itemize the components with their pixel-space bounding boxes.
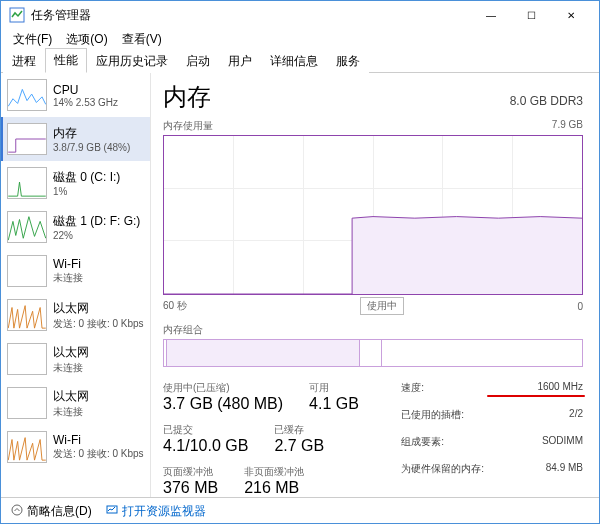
sidebar-item-5[interactable]: 以太网发送: 0 接收: 0 Kbps [1, 293, 150, 337]
window-title: 任务管理器 [31, 7, 471, 24]
sidebar-item-2[interactable]: 磁盘 0 (C: I:)1% [1, 161, 150, 205]
sparkline-icon [7, 79, 47, 111]
sidebar-item-1[interactable]: 内存3.8/7.9 GB (48%) [1, 117, 150, 161]
stat-key: 组成要素: [401, 435, 444, 449]
sidebar-item-sub: 发送: 0 接收: 0 Kbps [53, 447, 144, 461]
sidebar-item-name: 以太网 [53, 388, 89, 405]
sidebar-item-sub: 未连接 [53, 405, 89, 419]
memory-spec: 8.0 GB DDR3 [510, 94, 583, 108]
footer: 简略信息(D) 打开资源监视器 [1, 497, 599, 524]
sidebar-item-8[interactable]: Wi-Fi发送: 0 接收: 0 Kbps [1, 425, 150, 469]
page-title: 内存 [163, 81, 211, 113]
content: CPU14% 2.53 GHz内存3.8/7.9 GB (48%)磁盘 0 (C… [1, 73, 599, 497]
sidebar-item-sub: 未连接 [53, 271, 83, 285]
sidebar-item-name: 磁盘 1 (D: F: G:) [53, 213, 140, 230]
menu-view[interactable]: 查看(V) [116, 29, 168, 50]
menubar: 文件(F) 选项(O) 查看(V) [1, 29, 599, 49]
tab-processes[interactable]: 进程 [3, 49, 45, 73]
sparkline-icon [7, 431, 47, 463]
app-icon [9, 7, 25, 23]
sidebar-item-0[interactable]: CPU14% 2.53 GHz [1, 73, 150, 117]
chart-max: 7.9 GB [552, 119, 583, 133]
tab-services[interactable]: 服务 [327, 49, 369, 73]
axis-right: 0 [577, 301, 583, 312]
memory-composition-bar [163, 339, 583, 367]
sidebar-item-text: 磁盘 0 (C: I:)1% [53, 169, 120, 197]
tab-app-history[interactable]: 应用历史记录 [87, 49, 177, 73]
stat-available: 可用 4.1 GB [309, 381, 359, 413]
sidebar-item-sub: 3.8/7.9 GB (48%) [53, 142, 130, 153]
stat-kv-3: 为硬件保留的内存:84.9 MB [401, 462, 583, 476]
svg-point-1 [12, 505, 22, 515]
sidebar-item-name: Wi-Fi [53, 433, 144, 447]
sidebar-item-name: 以太网 [53, 344, 89, 361]
maximize-button[interactable]: ☐ [511, 1, 551, 29]
sidebar-item-text: 磁盘 1 (D: F: G:)22% [53, 213, 140, 241]
stat-in-use: 使用中(已压缩) 3.7 GB (480 MB) [163, 381, 283, 413]
using-indicator: 使用中 [360, 297, 404, 315]
sidebar-item-text: Wi-Fi发送: 0 接收: 0 Kbps [53, 433, 144, 461]
tab-users[interactable]: 用户 [219, 49, 261, 73]
sparkline-icon [7, 343, 47, 375]
stat-key: 已使用的插槽: [401, 408, 464, 422]
stat-val: 1600 MHz [537, 381, 583, 395]
stat-nonpaged-pool: 非页面缓冲池 216 MB [244, 465, 304, 497]
sidebar-item-3[interactable]: 磁盘 1 (D: F: G:)22% [1, 205, 150, 249]
stat-val: 84.9 MB [546, 462, 583, 476]
sidebar-item-6[interactable]: 以太网未连接 [1, 337, 150, 381]
chevron-up-icon [11, 504, 23, 519]
stat-kv-2: 组成要素:SODIMM [401, 435, 583, 449]
window-controls: — ☐ ✕ [471, 1, 591, 29]
tabstrip: 进程 性能 应用历史记录 启动 用户 详细信息 服务 [1, 49, 599, 73]
sidebar-item-sub: 未连接 [53, 361, 89, 375]
tab-performance[interactable]: 性能 [45, 48, 87, 73]
stats-area: 使用中(已压缩) 3.7 GB (480 MB) 可用 4.1 GB 已提交 4… [163, 381, 583, 497]
axis-left: 60 秒 [163, 299, 187, 313]
sparkline-icon [7, 387, 47, 419]
close-button[interactable]: ✕ [551, 1, 591, 29]
stats-left: 使用中(已压缩) 3.7 GB (480 MB) 可用 4.1 GB 已提交 4… [163, 381, 381, 497]
sidebar-item-4[interactable]: Wi-Fi未连接 [1, 249, 150, 293]
sidebar-item-sub: 发送: 0 接收: 0 Kbps [53, 317, 144, 331]
fewer-details-button[interactable]: 简略信息(D) [11, 503, 92, 520]
sidebar-item-text: Wi-Fi未连接 [53, 257, 83, 285]
sidebar-item-name: CPU [53, 83, 118, 97]
open-resource-monitor-label: 打开资源监视器 [122, 503, 206, 520]
sidebar-item-sub: 1% [53, 186, 120, 197]
sidebar-item-name: 以太网 [53, 300, 144, 317]
chart-axis: 60 秒 使用中 0 [163, 297, 583, 315]
stat-cached: 已缓存 2.7 GB [274, 423, 324, 455]
sparkline-icon [7, 299, 47, 331]
stat-paged-pool: 页面缓冲池 376 MB [163, 465, 218, 497]
tab-startup[interactable]: 启动 [177, 49, 219, 73]
sidebar-item-name: 内存 [53, 125, 130, 142]
sidebar-item-sub: 14% 2.53 GHz [53, 97, 118, 108]
sidebar-item-text: CPU14% 2.53 GHz [53, 83, 118, 108]
stats-right: 速度:1600 MHz已使用的插槽:2/2组成要素:SODIMM为硬件保留的内存… [401, 381, 583, 497]
open-resource-monitor-link[interactable]: 打开资源监视器 [106, 503, 206, 520]
chart-label-row: 内存使用量 7.9 GB [163, 119, 583, 133]
stat-kv-1: 已使用的插槽:2/2 [401, 408, 583, 422]
stat-key: 为硬件保留的内存: [401, 462, 484, 476]
menu-file[interactable]: 文件(F) [7, 29, 58, 50]
monitor-icon [106, 504, 118, 519]
sidebar-item-text: 以太网发送: 0 接收: 0 Kbps [53, 300, 144, 331]
sidebar: CPU14% 2.53 GHz内存3.8/7.9 GB (48%)磁盘 0 (C… [1, 73, 151, 497]
sidebar-item-sub: 22% [53, 230, 140, 241]
sidebar-item-text: 以太网未连接 [53, 388, 89, 419]
sidebar-item-7[interactable]: 以太网未连接 [1, 381, 150, 425]
tab-details[interactable]: 详细信息 [261, 49, 327, 73]
chart-label: 内存使用量 [163, 119, 213, 133]
sparkline-icon [7, 123, 47, 155]
sidebar-item-text: 内存3.8/7.9 GB (48%) [53, 125, 130, 153]
main-header: 内存 8.0 GB DDR3 [163, 81, 583, 113]
sparkline-icon [7, 211, 47, 243]
composition-label: 内存组合 [163, 323, 583, 337]
fewer-details-label: 简略信息(D) [27, 503, 92, 520]
main-panel: 内存 8.0 GB DDR3 内存使用量 7.9 GB 60 秒 [151, 73, 599, 497]
sparkline-icon [7, 167, 47, 199]
menu-options[interactable]: 选项(O) [60, 29, 113, 50]
titlebar: 任务管理器 — ☐ ✕ [1, 1, 599, 29]
minimize-button[interactable]: — [471, 1, 511, 29]
sidebar-item-text: 以太网未连接 [53, 344, 89, 375]
